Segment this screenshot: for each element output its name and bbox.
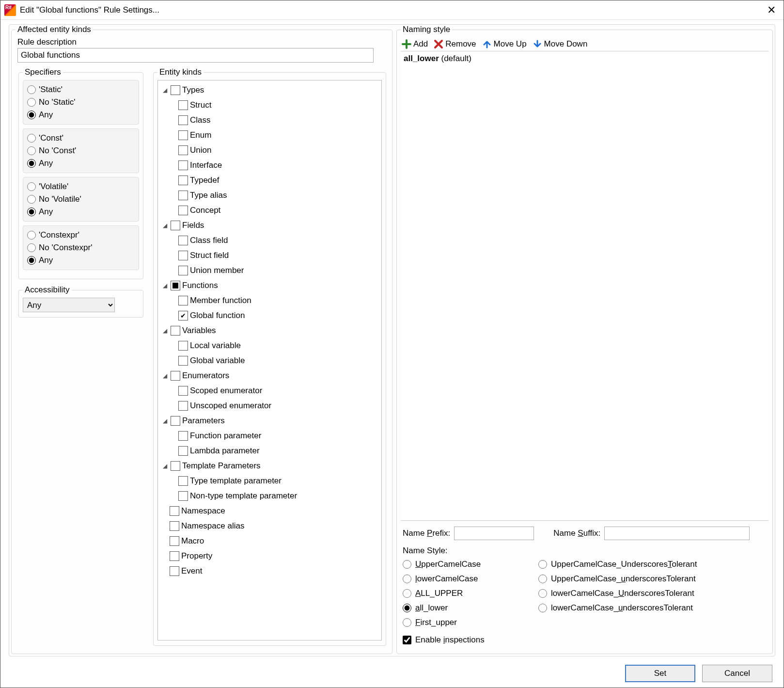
specifier-radio[interactable] xyxy=(27,98,36,107)
tree-checkbox[interactable] xyxy=(170,566,179,576)
tree-node[interactable]: Global variable xyxy=(161,353,378,368)
name-style-radio[interactable] xyxy=(538,589,547,598)
tree-node[interactable]: Struct field xyxy=(161,248,378,263)
name-style-radio[interactable] xyxy=(403,589,411,598)
tree-node[interactable]: ◢Fields xyxy=(161,218,378,233)
tree-checkbox[interactable] xyxy=(178,431,188,441)
tree-node[interactable]: Class xyxy=(161,112,378,128)
tree-node[interactable]: Member function xyxy=(161,293,378,308)
expander-icon[interactable]: ◢ xyxy=(161,327,169,334)
tree-node[interactable]: Event xyxy=(161,563,378,578)
tree-checkbox[interactable] xyxy=(178,476,188,486)
naming-style-item[interactable]: all_lower (default) xyxy=(403,53,767,64)
name-style-radio[interactable] xyxy=(403,618,411,627)
tree-node[interactable]: Struct xyxy=(161,97,378,112)
tree-checkbox[interactable] xyxy=(178,115,188,125)
expander-icon[interactable]: ◢ xyxy=(161,222,169,229)
name-style-radio[interactable] xyxy=(538,604,547,612)
tree-node[interactable]: ◢Variables xyxy=(161,323,378,338)
tree-node[interactable]: Namespace alias xyxy=(161,518,378,533)
rule-description-input[interactable] xyxy=(17,48,374,63)
tree-node[interactable]: Concept xyxy=(161,203,378,218)
specifier-radio[interactable] xyxy=(27,182,36,191)
specifier-radio[interactable] xyxy=(27,195,36,204)
tree-node[interactable]: Enum xyxy=(161,128,378,143)
tree-checkbox[interactable] xyxy=(178,145,188,155)
set-button[interactable]: Set xyxy=(625,665,695,682)
tree-checkbox[interactable] xyxy=(170,536,179,546)
tree-node[interactable]: Class field xyxy=(161,233,378,248)
name-style-option[interactable]: ALL_UPPER xyxy=(403,589,538,598)
expander-icon[interactable]: ◢ xyxy=(161,417,169,424)
tree-checkbox[interactable] xyxy=(170,551,179,561)
tree-checkbox[interactable] xyxy=(178,296,188,305)
tree-checkbox[interactable] xyxy=(170,506,179,516)
tree-checkbox[interactable] xyxy=(178,386,188,396)
tree-checkbox[interactable] xyxy=(178,341,188,351)
tree-node[interactable]: ◢Template Parameters xyxy=(161,458,378,473)
accessibility-select[interactable]: Any xyxy=(23,298,115,312)
name-style-option[interactable]: all_lower xyxy=(403,603,538,613)
specifier-radio[interactable] xyxy=(27,134,36,143)
tree-checkbox[interactable] xyxy=(178,176,188,185)
tree-checkbox[interactable] xyxy=(171,416,180,426)
move-down-button[interactable]: Move Down xyxy=(533,39,588,49)
name-style-radio[interactable] xyxy=(538,575,547,583)
tree-node[interactable]: ◢Parameters xyxy=(161,413,378,428)
tree-node[interactable]: ◢Functions xyxy=(161,278,378,293)
tree-node[interactable]: ◢Types xyxy=(161,82,378,97)
tree-node[interactable]: Unscoped enumerator xyxy=(161,398,378,413)
tree-checkbox[interactable] xyxy=(171,221,180,230)
tree-checkbox[interactable] xyxy=(178,100,188,110)
tree-checkbox[interactable] xyxy=(178,206,188,215)
tree-node[interactable]: Namespace xyxy=(161,503,378,518)
specifier-radio[interactable] xyxy=(27,208,36,216)
name-style-option[interactable]: First_upper xyxy=(403,618,538,627)
specifier-radio[interactable] xyxy=(27,146,36,155)
name-style-option[interactable]: UpperCamelCase_UnderscoresTolerant xyxy=(538,560,767,569)
tree-checkbox[interactable] xyxy=(178,266,188,275)
name-style-option[interactable]: lowerCamelCase_underscoresTolerant xyxy=(538,603,767,613)
tree-checkbox[interactable] xyxy=(178,160,188,170)
name-style-option[interactable]: lowerCamelCase xyxy=(403,574,538,584)
tree-checkbox[interactable] xyxy=(171,461,180,471)
name-style-option[interactable] xyxy=(538,618,767,627)
add-button[interactable]: Add xyxy=(402,39,428,49)
tree-checkbox[interactable] xyxy=(178,130,188,140)
tree-node[interactable]: Lambda parameter xyxy=(161,443,378,458)
tree-checkbox[interactable] xyxy=(171,281,180,290)
entity-kinds-tree[interactable]: ◢TypesStructClassEnumUnionInterfaceTyped… xyxy=(157,80,382,640)
tree-checkbox[interactable] xyxy=(170,521,179,531)
tree-node[interactable]: Global function xyxy=(161,308,378,323)
tree-checkbox[interactable] xyxy=(178,356,188,366)
tree-checkbox[interactable] xyxy=(178,191,188,200)
name-style-radio[interactable] xyxy=(403,604,411,612)
name-style-radio[interactable] xyxy=(403,575,411,583)
tree-checkbox[interactable] xyxy=(178,446,188,456)
specifier-radio[interactable] xyxy=(27,85,36,94)
tree-node[interactable]: Union member xyxy=(161,263,378,278)
expander-icon[interactable]: ◢ xyxy=(161,372,169,379)
name-prefix-input[interactable] xyxy=(454,527,534,540)
tree-node[interactable]: Scoped enumerator xyxy=(161,383,378,398)
tree-node[interactable]: Non-type template parameter xyxy=(161,488,378,503)
expander-icon[interactable]: ◢ xyxy=(161,282,169,289)
tree-node[interactable]: Typedef xyxy=(161,173,378,188)
naming-style-list[interactable]: all_lower (default) xyxy=(401,51,768,521)
name-style-radio[interactable] xyxy=(403,560,411,569)
tree-checkbox[interactable] xyxy=(178,311,188,320)
tree-checkbox[interactable] xyxy=(178,401,188,411)
specifier-radio[interactable] xyxy=(27,256,36,265)
tree-node[interactable]: Union xyxy=(161,143,378,158)
specifier-radio[interactable] xyxy=(27,231,36,240)
tree-node[interactable]: ◢Enumerators xyxy=(161,368,378,383)
tree-checkbox[interactable] xyxy=(178,251,188,260)
tree-node[interactable]: Property xyxy=(161,548,378,563)
cancel-button[interactable]: Cancel xyxy=(702,665,772,682)
tree-node[interactable]: Interface xyxy=(161,158,378,173)
tree-checkbox[interactable] xyxy=(171,326,180,336)
expander-icon[interactable]: ◢ xyxy=(161,463,169,469)
tree-checkbox[interactable] xyxy=(178,491,188,501)
tree-node[interactable]: Type template parameter xyxy=(161,473,378,488)
name-style-option[interactable]: UpperCamelCase xyxy=(403,560,538,569)
